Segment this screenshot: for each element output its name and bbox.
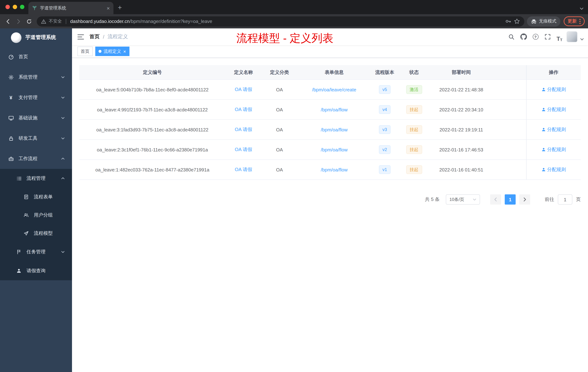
incognito-badge: 无痕模式 <box>527 16 560 26</box>
hamburger-icon[interactable] <box>72 34 89 40</box>
sidebar-item-payment[interactable]: 支付管理 <box>0 87 72 108</box>
sidebar-item-workflow[interactable]: 工作流程 <box>0 149 72 169</box>
tag-close-icon[interactable] <box>123 49 126 54</box>
definition-id: oa_leave:4:991f2193-7b7f-11ec-a3c8-acde4… <box>79 100 225 119</box>
assign-rule-label: 分配规则 <box>547 146 566 153</box>
assign-rule-link[interactable]: 分配规则 <box>541 126 566 133</box>
table-header: 定义编号 定义名称 定义分类 表单信息 流程版本 状态 部署时间 操作 <box>79 65 581 80</box>
sidebar-item-infrastructure[interactable]: 基础设施 <box>0 108 72 128</box>
column-header-id: 定义编号 <box>79 65 225 79</box>
help-icon[interactable] <box>531 32 540 42</box>
tag-process-definition[interactable]: 流程定义 <box>95 47 129 56</box>
forward-icon[interactable] <box>13 16 24 27</box>
back-icon[interactable] <box>2 16 13 27</box>
tab-list-chevron-icon[interactable] <box>580 5 584 12</box>
deploy-time: 2022-01-22 21:48:38 <box>430 80 493 99</box>
goto-label: 前往 <box>545 196 554 203</box>
tab-title: 芋道管理系统 <box>40 5 104 11</box>
status-badge: 挂起 <box>406 145 422 154</box>
definition-name-link[interactable]: OA 请假 <box>235 126 252 133</box>
prev-page-button[interactable] <box>490 194 501 205</box>
assign-rule-link[interactable]: 分配规则 <box>541 106 566 113</box>
form-link[interactable]: /bpm/oa/leave/create <box>312 87 356 92</box>
sidebar-item-devtools[interactable]: 研发工具 <box>0 128 72 149</box>
goto-page-input[interactable] <box>558 194 572 205</box>
list-icon <box>16 176 22 181</box>
sidebar-item-label: 系统管理 <box>19 74 37 80</box>
font-size-icon[interactable]: TT <box>555 32 564 42</box>
avatar-caret-icon[interactable] <box>580 38 584 40</box>
sidebar-item-home[interactable]: 首页 <box>0 47 72 67</box>
sidebar-item-process-form[interactable]: 流程表单 <box>0 188 72 206</box>
next-page-button[interactable] <box>519 194 530 205</box>
fullscreen-icon[interactable] <box>543 32 552 42</box>
app-logo[interactable]: 芋道管理系统 <box>0 28 72 47</box>
yen-icon <box>8 95 14 100</box>
form-link[interactable]: /bpm/oa/flow <box>321 147 347 152</box>
sidebar-item-user-group[interactable]: 用户分组 <box>0 206 72 224</box>
tab-close-icon[interactable] <box>106 5 110 11</box>
sidebar-menu: 首页 系统管理 支付管理 基础设施 <box>0 47 72 280</box>
form-link[interactable]: /bpm/oa/flow <box>321 127 347 132</box>
paper-plane-icon <box>23 231 29 236</box>
definition-name-link[interactable]: OA 请假 <box>235 146 252 153</box>
browser-update-button[interactable]: 更新 <box>564 16 585 26</box>
tag-label: 首页 <box>81 48 89 55</box>
logo-title: 芋道管理系统 <box>25 34 56 41</box>
breadcrumb-home[interactable]: 首页 <box>89 33 100 40</box>
window-controls <box>5 5 24 9</box>
chevron-up-icon <box>61 176 65 180</box>
assign-rule-link[interactable]: 分配规则 <box>541 86 566 93</box>
chevron-up-icon <box>61 157 65 161</box>
tag-home[interactable]: 首页 <box>77 47 93 56</box>
close-window-button[interactable] <box>5 5 10 9</box>
search-icon[interactable] <box>506 32 516 42</box>
definition-id: oa_leave:2:3c1f0ef1-76b1-11ec-9c66-a2380… <box>79 140 225 159</box>
browser-menu-icon[interactable] <box>579 18 581 24</box>
sidebar-item-label: 流程管理 <box>27 175 45 182</box>
column-header-category: 定义分类 <box>262 65 297 79</box>
bookmark-star-icon[interactable] <box>514 18 520 24</box>
page-number-button[interactable]: 1 <box>505 194 516 205</box>
row-spacer <box>493 80 526 99</box>
assign-rule-link[interactable]: 分配规则 <box>541 146 566 153</box>
url-domain: dashboard.yudao.iocoder.cn <box>70 19 130 24</box>
table-row: oa_leave:3:1fad3d93-7b75-11ec-a3c8-acde4… <box>79 120 581 140</box>
url-text[interactable]: dashboard.yudao.iocoder.cn/bpm/manager/d… <box>70 19 503 24</box>
form-link[interactable]: /bpm/oa/flow <box>321 167 347 172</box>
password-key-icon[interactable] <box>505 18 511 24</box>
github-icon[interactable] <box>519 32 528 42</box>
zoom-window-button[interactable] <box>20 5 24 9</box>
sidebar-item-process-model[interactable]: 流程模型 <box>0 224 72 242</box>
sidebar-item-process-management[interactable]: 流程管理 <box>0 169 72 188</box>
address-bar[interactable]: 不安全 dashboard.yudao.iocoder.cn/bpm/manag… <box>37 16 524 26</box>
security-label[interactable]: 不安全 <box>49 18 62 24</box>
avatar[interactable] <box>567 31 578 42</box>
sidebar-item-leave-query[interactable]: 请假查询 <box>0 261 72 280</box>
status-badge: 挂起 <box>406 105 422 114</box>
new-tab-button[interactable] <box>118 4 122 12</box>
definition-name-link[interactable]: OA 请假 <box>235 166 252 173</box>
gear-icon <box>8 75 14 80</box>
reload-icon[interactable] <box>24 16 34 27</box>
user-icon <box>541 107 546 112</box>
form-link[interactable]: /bpm/oa/flow <box>321 107 347 112</box>
sidebar-item-system[interactable]: 系统管理 <box>0 67 72 87</box>
incognito-label: 无痕模式 <box>539 18 556 24</box>
definition-name-link[interactable]: OA 请假 <box>235 106 252 113</box>
column-header-form: 表单信息 <box>297 65 371 79</box>
definition-category: OA <box>262 120 297 139</box>
browser-toolbar: 不安全 dashboard.yudao.iocoder.cn/bpm/manag… <box>0 14 588 28</box>
document-icon <box>23 194 29 199</box>
sidebar-item-task-management[interactable]: 任务管理 <box>0 242 72 261</box>
minimize-window-button[interactable] <box>13 5 17 9</box>
omnibox-divider <box>66 19 66 24</box>
browser-tab[interactable]: 芋道管理系统 <box>28 2 114 14</box>
sidebar-item-label: 首页 <box>19 54 28 60</box>
column-header-name: 定义名称 <box>225 65 262 79</box>
chevron-down-icon <box>61 96 65 99</box>
page-size-select[interactable]: 10条/页 <box>446 194 480 205</box>
briefcase-icon <box>8 156 14 161</box>
definition-name-link[interactable]: OA 请假 <box>235 86 252 93</box>
assign-rule-link[interactable]: 分配规则 <box>541 166 566 173</box>
